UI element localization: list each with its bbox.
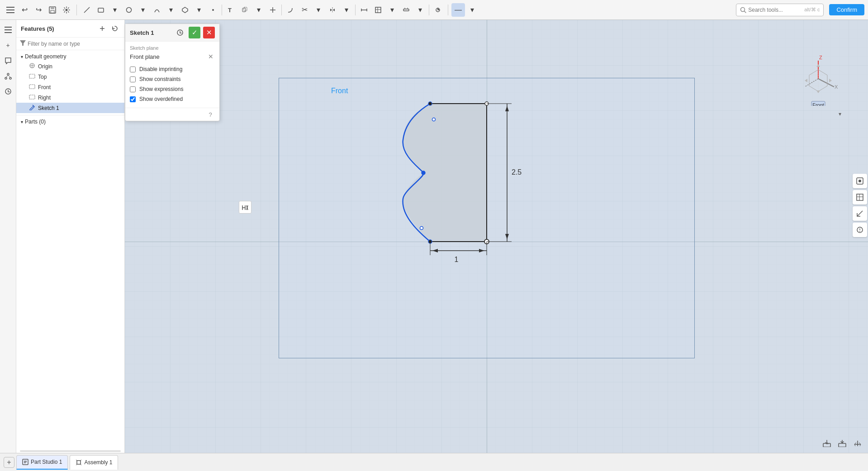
text-tool-button[interactable]: T bbox=[224, 3, 237, 17]
line-style-dropdown[interactable]: ▾ bbox=[465, 3, 479, 17]
parts-section[interactable]: ▾ Parts (0) bbox=[16, 117, 124, 126]
show-expressions-checkbox[interactable] bbox=[130, 86, 136, 92]
show-expressions-label: Show expressions bbox=[139, 86, 183, 92]
add-tab-button[interactable]: + bbox=[4, 457, 14, 468]
tab-assembly-1[interactable]: Assembly 1 bbox=[70, 455, 118, 470]
grid-dropdown[interactable]: ▾ bbox=[385, 3, 399, 17]
status-icon-download[interactable] bbox=[836, 438, 848, 449]
svg-line-38 bbox=[6, 75, 8, 77]
view-cube-dropdown[interactable]: ▾ bbox=[837, 109, 843, 119]
nav-down-arrow[interactable] bbox=[816, 90, 820, 93]
right-panel-icons bbox=[853, 174, 867, 237]
circle-dropdown[interactable]: ▾ bbox=[136, 3, 150, 17]
sketch-help-button[interactable]: ? bbox=[206, 110, 215, 119]
nav-up-arrow[interactable] bbox=[816, 64, 820, 67]
sidebar-icon-add[interactable]: + bbox=[2, 39, 14, 52]
polygon-tool-button[interactable] bbox=[178, 3, 192, 17]
mirror-dropdown[interactable]: ▾ bbox=[340, 3, 353, 17]
tree-item-right[interactable]: Right bbox=[16, 92, 124, 103]
default-geometry-section[interactable]: ▾ Default geometry bbox=[16, 52, 124, 61]
tree-item-sketch1[interactable]: Sketch 1 bbox=[16, 103, 124, 113]
sketch-plane-close-button[interactable]: ✕ bbox=[207, 52, 215, 61]
arc-dropdown[interactable]: ▾ bbox=[164, 3, 178, 17]
sketch-viewport-box bbox=[279, 78, 695, 358]
fillet-tool-button[interactable] bbox=[284, 3, 297, 17]
grid-panel-button[interactable] bbox=[853, 190, 867, 205]
measure-tool-button[interactable] bbox=[399, 3, 413, 17]
point-tool-button[interactable] bbox=[206, 3, 220, 17]
show-constraints-checkbox[interactable] bbox=[130, 76, 136, 82]
trim-tool-button[interactable]: ✂ bbox=[298, 3, 311, 17]
svg-rect-4 bbox=[51, 7, 54, 9]
svg-marker-19 bbox=[333, 9, 335, 11]
sketch-option-show-constraints[interactable]: Show constraints bbox=[130, 74, 215, 84]
circle-tool-button[interactable] bbox=[122, 3, 136, 17]
show-overdefined-checkbox[interactable] bbox=[130, 96, 136, 102]
convert-tool-button[interactable] bbox=[431, 3, 445, 17]
canvas-area[interactable]: Front bbox=[125, 20, 868, 453]
top-confirm-button[interactable]: Confirm bbox=[829, 4, 864, 15]
sketch-panel-footer: ? bbox=[125, 108, 219, 121]
svg-rect-49 bbox=[29, 95, 35, 99]
tree-item-top[interactable]: Top bbox=[16, 71, 124, 82]
measure-panel-button[interactable] bbox=[853, 206, 867, 221]
offset-dropdown[interactable]: ▾ bbox=[252, 3, 266, 17]
sketch-option-disable-imprinting[interactable]: Disable imprinting bbox=[130, 64, 215, 74]
sidebar-icon-network[interactable] bbox=[2, 70, 14, 82]
sidebar-icon-history[interactable] bbox=[2, 85, 14, 98]
sketch-history-button[interactable] bbox=[174, 27, 186, 38]
rect-dropdown[interactable]: ▾ bbox=[108, 3, 122, 17]
line-tool-button[interactable] bbox=[80, 3, 94, 17]
arc-tool-button[interactable] bbox=[150, 3, 164, 17]
sketch-option-show-overdefined[interactable]: Show overdefined bbox=[130, 94, 215, 104]
transform-tool-button[interactable] bbox=[266, 3, 280, 17]
redo-button[interactable]: ↪ bbox=[32, 3, 45, 17]
main-toolbar: ↩ ↪ ▾ ▾ ▾ ▾ bbox=[0, 0, 868, 20]
sketch-confirm-button[interactable]: ✓ bbox=[189, 27, 200, 38]
measure-dropdown[interactable]: ▾ bbox=[413, 3, 427, 17]
svg-rect-26 bbox=[403, 9, 409, 11]
plane-icon-right bbox=[29, 94, 35, 101]
dimension-tool-button[interactable] bbox=[357, 3, 371, 17]
svg-rect-0 bbox=[6, 7, 14, 8]
svg-line-55 bbox=[818, 79, 834, 87]
tree-item-origin[interactable]: Origin bbox=[16, 61, 124, 71]
mirror-tool-button[interactable] bbox=[326, 3, 339, 17]
parts-label: Parts (0) bbox=[25, 119, 46, 125]
filter-icon bbox=[20, 40, 26, 47]
settings-button[interactable] bbox=[60, 3, 73, 17]
offset-tool-button[interactable] bbox=[238, 3, 251, 17]
trim-dropdown[interactable]: ▾ bbox=[312, 3, 325, 17]
sketch-option-show-expressions[interactable]: Show expressions bbox=[130, 84, 215, 94]
grid-tool-button[interactable] bbox=[371, 3, 385, 17]
polygon-dropdown[interactable]: ▾ bbox=[192, 3, 206, 17]
sketch-cancel-button[interactable]: ✕ bbox=[203, 27, 215, 38]
disable-imprinting-checkbox[interactable] bbox=[130, 67, 136, 72]
features-add-button[interactable] bbox=[97, 24, 107, 33]
features-refresh-button[interactable] bbox=[110, 24, 120, 33]
svg-marker-10 bbox=[182, 7, 188, 13]
sidebar-icon-comment[interactable] bbox=[2, 54, 14, 67]
constraint-panel-button[interactable] bbox=[853, 223, 867, 237]
tree-item-front[interactable]: Front bbox=[16, 82, 124, 92]
status-icon-balance[interactable] bbox=[852, 438, 863, 449]
features-tree: ▾ Default geometry Origin Top Front bbox=[16, 50, 124, 449]
save-button[interactable] bbox=[46, 3, 59, 17]
status-icon-upload[interactable] bbox=[821, 438, 833, 449]
svg-rect-23 bbox=[375, 7, 381, 13]
appearance-panel-button[interactable] bbox=[853, 174, 867, 188]
filter-input[interactable] bbox=[28, 41, 121, 47]
sketch-plane-value: Front plane bbox=[130, 53, 160, 60]
tab-part-studio-1[interactable]: Part Studio 1 bbox=[16, 455, 68, 470]
rectangle-tool-button[interactable] bbox=[94, 3, 108, 17]
nav-left-arrow[interactable] bbox=[805, 79, 807, 82]
undo-button[interactable]: ↩ bbox=[18, 3, 31, 17]
right-label: Right bbox=[38, 95, 51, 101]
left-panel-icon[interactable] bbox=[239, 201, 251, 214]
search-tools-input[interactable] bbox=[748, 7, 802, 13]
solid-line-button[interactable]: — bbox=[451, 3, 465, 17]
z-axis-label: Z bbox=[819, 55, 822, 60]
sidebar-icon-menu[interactable] bbox=[2, 24, 14, 36]
nav-right-arrow[interactable] bbox=[829, 79, 832, 82]
menu-button[interactable] bbox=[4, 3, 17, 17]
